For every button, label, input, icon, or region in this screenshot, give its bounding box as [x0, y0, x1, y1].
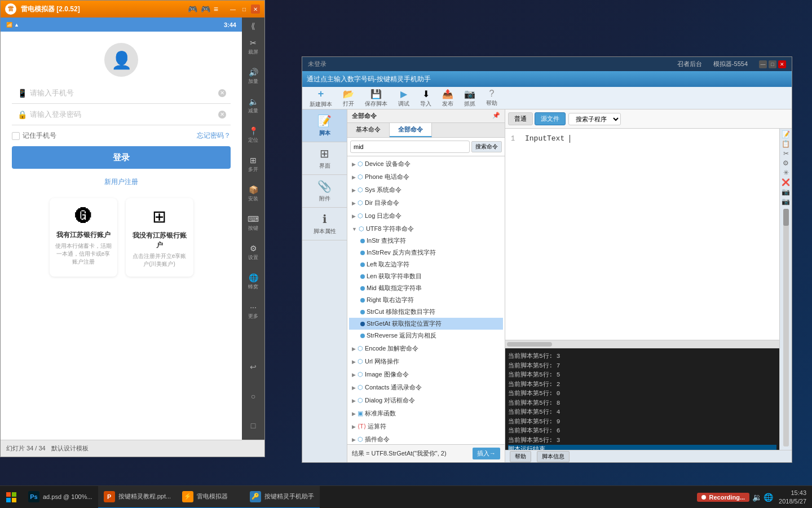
taskbar-item-ps[interactable]: Ps ad.psd @ 100%... — [23, 486, 98, 509]
simulator-label[interactable]: 模拟器-5554 — [713, 60, 748, 68]
cmd-search-button[interactable]: 搜索命令 — [471, 141, 502, 152]
sidebar-ui[interactable]: ⊞ 界面 — [302, 142, 347, 175]
recording-badge[interactable]: Recording... — [697, 493, 750, 502]
group-device-header[interactable]: ▶ ⬡ Device 设备命令 — [349, 158, 503, 170]
forgot-link[interactable]: 忘记密码？ — [197, 131, 231, 141]
expand-icon[interactable]: ⟪ — [243, 20, 263, 32]
h-scroll-thumb[interactable] — [507, 342, 552, 347]
btn-publish[interactable]: 📤 发布 — [438, 87, 458, 110]
volume-tray-icon[interactable]: 🔉 — [752, 493, 762, 502]
taskbar-clock[interactable]: 15:43 2018/5/27 — [779, 489, 806, 505]
btn-import[interactable]: ⬇ 导入 — [416, 87, 436, 110]
btn-open[interactable]: 📂 打开 — [338, 87, 359, 110]
tool-home[interactable]: ○ — [243, 382, 263, 410]
card-has-account[interactable]: 🅖 我有江苏银行账户 使用本行储蓄卡，活期一本通，信用卡或e享账户注册 — [50, 198, 117, 277]
login-button[interactable]: 登录 — [12, 146, 231, 169]
tool-back[interactable]: ↩ — [243, 353, 263, 381]
btn-new-script[interactable]: + 新建脚本 — [305, 86, 337, 110]
ldplayer-minimize[interactable]: — — [228, 5, 237, 14]
tool-network[interactable]: 🌐 蜂窝 — [243, 268, 263, 296]
strip-icon-5[interactable]: ✳ — [783, 169, 789, 177]
tool-multiopen[interactable]: ⊞ 多开 — [243, 150, 263, 178]
vol-down-label: 减量 — [248, 107, 258, 115]
tool-volume-down[interactable]: 🔈 减量 — [243, 91, 263, 120]
strip-icon-6[interactable]: ❌ — [782, 178, 790, 186]
cmd-search-input[interactable] — [350, 141, 470, 153]
taskbar-item-ld[interactable]: ⚡ 雷电模拟器 — [176, 486, 244, 509]
tab-basic[interactable]: 基本命令 — [347, 123, 390, 137]
tool-location[interactable]: 📍 定位 — [243, 121, 263, 149]
company-label[interactable]: 召者后台 — [677, 60, 702, 68]
phone-icon: 📱 — [17, 89, 27, 98]
cmd-right[interactable]: Right 取右边字符 — [349, 294, 503, 306]
pin-icon[interactable]: 📌 — [492, 112, 500, 119]
v-scroll-thumb[interactable] — [783, 209, 789, 226]
subroutine-dropdown[interactable]: 搜索子程序 — [568, 113, 621, 125]
cmd-strreverse[interactable]: StrReverse 返回方向相反 — [349, 330, 503, 341]
tool-more[interactable]: ··· 更多 — [243, 297, 263, 325]
strip-icon-7[interactable]: 📷 — [782, 188, 790, 196]
strip-icon-1[interactable]: 📝 — [782, 130, 790, 138]
group-utf8-header[interactable]: ▼ ⬡ UTF8 字符串命令 — [349, 223, 503, 235]
group-phone-header[interactable]: ▶ ⬡ Phone 电话命令 — [349, 171, 503, 183]
group-stdlib-header[interactable]: ▶ ▣ 标准库函数 — [349, 408, 503, 419]
btn-save[interactable]: 💾 保存脚本 — [360, 87, 392, 110]
cmd-instr[interactable]: InStr 查找字符 — [349, 235, 503, 247]
tool-volume-up[interactable]: 🔊 加量 — [243, 62, 263, 90]
v-scrollbar[interactable] — [783, 209, 789, 446]
group-sys-header[interactable]: ▶ ⬡ Sys 系统命令 — [349, 184, 503, 196]
network-tray-icon[interactable]: 🌐 — [764, 493, 773, 502]
tool-install[interactable]: 📦 安装 — [243, 179, 263, 208]
tool-square[interactable]: □ — [243, 411, 263, 440]
cmd-left[interactable]: Left 取左边字符 — [349, 259, 503, 270]
tab-all[interactable]: 全部命令 — [390, 123, 432, 137]
group-encode-header[interactable]: ▶ ⬡ Encode 加解密命令 — [349, 343, 503, 354]
tab-normal[interactable]: 普通 — [508, 112, 533, 125]
topbar-close[interactable]: ✕ — [778, 60, 786, 68]
script-editor-area[interactable]: 1 InputText — [505, 129, 779, 340]
h-scrollbar[interactable] — [505, 340, 779, 348]
group-dir-header[interactable]: ▶ ⬡ Dir 目录命令 — [349, 197, 503, 209]
card-no-account[interactable]: ⊞ 我没有江苏银行账户 点击注册并开立e享账户(川美账户) — [126, 198, 193, 277]
start-button[interactable] — [0, 486, 23, 509]
group-operators-header[interactable]: ▶ ⟨T⟩ 运算符 — [349, 421, 503, 432]
strip-icon-3[interactable]: ✂ — [783, 150, 789, 157]
topbar-minimize[interactable]: — — [759, 60, 767, 68]
password-clear[interactable]: ✕ — [218, 111, 226, 119]
username-clear[interactable]: ✕ — [218, 89, 226, 97]
sidebar-attachment[interactable]: 📎 附件 — [302, 175, 347, 208]
tab-source[interactable]: 源文件 — [535, 112, 566, 125]
tool-settings[interactable]: ⚙ 设置 — [243, 238, 263, 266]
group-url-header[interactable]: ▶ ⬡ Url 网络操作 — [349, 356, 503, 367]
strip-icon-8[interactable]: 📷 — [782, 198, 790, 205]
strip-icon-4[interactable]: ⚙ — [783, 159, 789, 167]
topbar-maximize[interactable]: □ — [769, 60, 776, 68]
cmd-insert-btn[interactable]: 插入→ — [473, 448, 500, 459]
btn-debug[interactable]: ▶ 调试 — [394, 87, 414, 110]
btn-help[interactable]: ? 帮助 — [482, 87, 502, 109]
cmd-strcut[interactable]: StrCut 移除指定数目字符 — [349, 306, 503, 318]
remember-checkbox[interactable]: 记住手机号 — [12, 131, 56, 141]
help-btn[interactable]: 帮助 — [510, 451, 531, 462]
sidebar-script[interactable]: 📝 脚本 — [302, 110, 347, 142]
sidebar-properties[interactable]: ℹ 脚本属性 — [302, 208, 347, 240]
script-info-btn[interactable]: 脚本信息 — [537, 451, 570, 462]
group-contacts-header[interactable]: ▶ ⬡ Contacts 通讯录命令 — [349, 382, 503, 393]
ldplayer-maximize[interactable]: □ — [240, 5, 249, 14]
taskbar-item-wps[interactable]: P 按键精灵教程.ppt... — [98, 486, 177, 509]
tool-keyboard[interactable]: ⌨ 按键 — [243, 209, 263, 237]
group-image-header[interactable]: ▶ ⬡ Image 图像命令 — [349, 369, 503, 380]
cmd-instrrev[interactable]: InStrRev 反方向查找字符 — [349, 247, 503, 259]
taskbar-item-script[interactable]: 🔑 按键精灵手机助手 — [244, 486, 320, 509]
register-link[interactable]: 新用户注册 — [12, 177, 231, 187]
group-plugin-header[interactable]: ▶ ⬡ 插件命令 — [349, 433, 503, 444]
group-log-header[interactable]: ▶ ⬡ Log 日志命令 — [349, 210, 503, 222]
cmd-strgeat[interactable]: StrGetAt 获取指定位置字符 — [349, 318, 503, 330]
strip-icon-2[interactable]: 📋 — [782, 140, 790, 148]
ldplayer-close[interactable]: ✕ — [251, 5, 260, 14]
group-dialog-header[interactable]: ▶ ⬡ Dialog 对话框命令 — [349, 395, 503, 406]
btn-capture[interactable]: 📷 抓抓 — [460, 87, 480, 110]
tool-crop[interactable]: ✂ 裁屏 — [243, 33, 263, 61]
cmd-len[interactable]: Len 获取字符串数目 — [349, 270, 503, 282]
cmd-mid[interactable]: Mid 截取指定字符串 — [349, 282, 503, 294]
